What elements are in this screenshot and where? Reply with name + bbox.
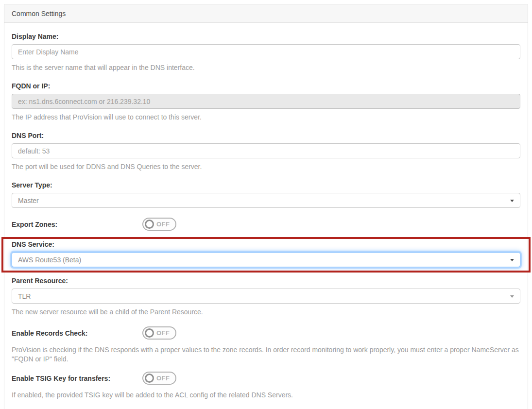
enable-records-check-help: ProVision is checking if the DNS respond…	[12, 345, 520, 364]
fqdn-input[interactable]	[12, 94, 520, 109]
fqdn-help: The IP address that ProVision will use t…	[12, 113, 520, 122]
display-name-label: Display Name:	[12, 33, 520, 40]
server-type-label: Server Type:	[12, 181, 520, 189]
enable-records-check-label: Enable Records Check:	[12, 329, 142, 337]
field-export-zones: Export Zones: OFF	[12, 218, 520, 231]
fqdn-label: FQDN or IP:	[12, 82, 520, 90]
chevron-down-icon	[510, 200, 514, 202]
parent-resource-value: TLR	[18, 292, 31, 300]
dns-port-label: DNS Port:	[12, 132, 520, 139]
parent-resource-label: Parent Resource:	[12, 277, 520, 285]
toggle-knob-icon	[145, 220, 154, 229]
display-name-help: This is the server name that will appear…	[12, 63, 520, 72]
dns-service-select[interactable]: AWS Route53 (Beta)	[12, 252, 520, 267]
toggle-knob-icon	[145, 328, 154, 338]
enable-records-check-toggle-state: OFF	[156, 329, 170, 337]
parent-resource-help: The new server resource will be a child …	[12, 307, 520, 317]
toggle-knob-icon	[145, 374, 154, 383]
enable-tsig-label: Enable TSIG Key for transfers:	[12, 375, 142, 382]
field-server-type: Server Type: Master	[12, 181, 520, 208]
field-fqdn-or-ip: FQDN or IP: The IP address that ProVisio…	[12, 82, 520, 122]
panel-title: Common Settings	[12, 10, 66, 17]
field-dns-service: DNS Service: AWS Route53 (Beta)	[12, 240, 520, 267]
field-parent-resource: Parent Resource: TLR The new server reso…	[12, 277, 520, 317]
panel-body: Display Name: This is the server name th…	[4, 23, 528, 409]
export-zones-toggle[interactable]: OFF	[142, 218, 176, 231]
parent-resource-select[interactable]: TLR	[12, 289, 520, 304]
enable-tsig-row: Enable TSIG Key for transfers: OFF	[12, 372, 520, 385]
dns-service-label: DNS Service:	[12, 240, 520, 248]
field-enable-tsig: Enable TSIG Key for transfers: OFF If en…	[12, 372, 520, 400]
chevron-down-icon	[510, 259, 514, 261]
chevron-down-icon	[510, 295, 514, 298]
panel-header: Common Settings	[4, 4, 528, 23]
field-enable-records-check: Enable Records Check: OFF ProVision is c…	[12, 326, 520, 364]
server-type-select[interactable]: Master	[12, 193, 520, 208]
common-settings-panel: Common Settings Display Name: This is th…	[4, 4, 528, 409]
export-zones-toggle-state: OFF	[156, 221, 170, 228]
enable-tsig-toggle-state: OFF	[156, 375, 170, 382]
display-name-input[interactable]	[12, 44, 520, 59]
server-type-value: Master	[18, 197, 39, 204]
dns-port-input[interactable]	[12, 143, 520, 158]
dns-port-help: The port will be used for DDNS and DNS Q…	[12, 162, 520, 171]
enable-records-check-row: Enable Records Check: OFF	[12, 326, 520, 340]
dns-service-value: AWS Route53 (Beta)	[18, 256, 81, 264]
enable-records-check-toggle[interactable]: OFF	[142, 326, 176, 340]
export-zones-label: Export Zones:	[12, 221, 142, 228]
field-display-name: Display Name: This is the server name th…	[12, 33, 520, 72]
field-dns-port: DNS Port: The port will be used for DDNS…	[12, 132, 520, 171]
enable-tsig-help: If enabled, the provided TSIG key will b…	[12, 391, 520, 400]
enable-tsig-toggle[interactable]: OFF	[142, 372, 176, 385]
